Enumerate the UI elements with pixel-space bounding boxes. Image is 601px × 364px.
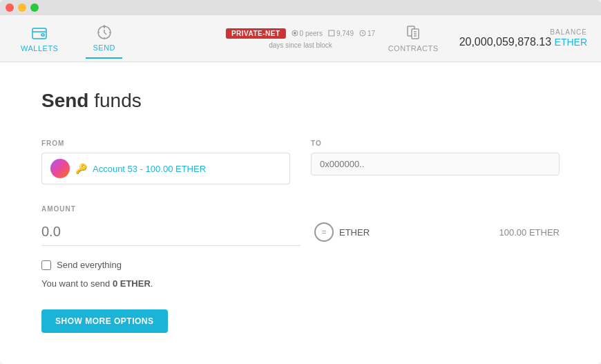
wallets-label: WALLETS xyxy=(21,44,58,52)
from-label: FROM xyxy=(41,140,290,147)
wallets-icon xyxy=(31,25,48,41)
close-button[interactable] xyxy=(6,3,14,12)
amount-input-wrapper xyxy=(41,218,300,246)
minimize-button[interactable] xyxy=(18,3,26,12)
send-everything-checkbox[interactable] xyxy=(41,260,51,270)
svg-point-4 xyxy=(294,32,296,35)
contracts-icon xyxy=(405,25,421,41)
amount-input[interactable] xyxy=(41,218,300,246)
svg-rect-5 xyxy=(329,30,334,36)
amount-row: = ETHER 100.00 ETHER xyxy=(41,218,560,246)
titlebar xyxy=(0,0,601,15)
send-icon xyxy=(96,24,113,41)
contracts-label: CONTRACTS xyxy=(388,44,439,52)
to-group: TO xyxy=(311,140,560,184)
network-info: PRIVATE-NET 0 peers 9,749 17 xyxy=(226,28,375,49)
svg-rect-1 xyxy=(41,34,44,36)
from-to-row: FROM 🔑 Account 53 - 100.00 ETHER TO xyxy=(41,140,560,184)
network-badge: PRIVATE-NET xyxy=(226,28,286,39)
account-name: Account 53 - 100.00 ETHER xyxy=(93,164,206,174)
send-label: SEND xyxy=(93,44,115,52)
currency-name: ETHER xyxy=(339,227,370,238)
from-group: FROM 🔑 Account 53 - 100.00 ETHER xyxy=(41,140,290,184)
app-window: WALLETS SEND PRIVATE-NET 0 xyxy=(0,0,601,364)
peers-icon xyxy=(292,30,298,37)
account-avatar xyxy=(50,159,70,178)
clock-icon xyxy=(359,30,366,37)
from-field[interactable]: 🔑 Account 53 - 100.00 ETHER xyxy=(41,153,290,184)
days-since-text: days since last block xyxy=(269,41,332,49)
page-title: Send funds xyxy=(41,90,560,112)
nav-send[interactable]: SEND xyxy=(86,19,122,59)
nav-contracts[interactable]: CONTRACTS xyxy=(381,19,446,58)
maximize-button[interactable] xyxy=(30,3,39,12)
days-since: 17 xyxy=(359,30,375,37)
blocks-icon xyxy=(328,30,335,37)
nav-wallets[interactable]: WALLETS xyxy=(14,19,65,58)
currency-icon: = xyxy=(314,222,334,242)
to-label: TO xyxy=(311,140,560,147)
send-summary: You want to send 0 ETHER. xyxy=(41,278,560,289)
nav-left: WALLETS SEND xyxy=(14,19,122,59)
to-input[interactable] xyxy=(311,153,560,175)
key-icon: 🔑 xyxy=(75,163,87,174)
content-area: Send funds FROM 🔑 Account 53 - 100.00 ET… xyxy=(0,62,601,364)
nav-right: CONTRACTS BALANCE 20,000,059,878.13 ETHE… xyxy=(381,19,587,58)
balance-amount: 20,000,059,878.13 ETHER xyxy=(459,36,587,48)
navbar: WALLETS SEND PRIVATE-NET 0 xyxy=(0,15,601,62)
svg-rect-0 xyxy=(32,28,46,39)
net-stats: 0 peers 9,749 17 xyxy=(292,30,376,37)
max-balance: 100.00 ETHER xyxy=(499,227,560,238)
balance-section: BALANCE 20,000,059,878.13 ETHER xyxy=(459,28,587,48)
show-more-options-button[interactable]: SHOW MORE OPTIONS xyxy=(41,309,168,333)
currency-selector[interactable]: = ETHER xyxy=(314,222,370,242)
balance-label: BALANCE xyxy=(550,28,587,36)
amount-label: AMOUNT xyxy=(41,205,560,213)
balance-unit: ETHER xyxy=(555,37,587,48)
peers-count: 0 peers xyxy=(292,30,323,37)
send-everything-row: Send everything xyxy=(41,260,560,270)
blocks-count: 9,749 xyxy=(328,30,354,37)
send-everything-label[interactable]: Send everything xyxy=(57,260,122,270)
amount-section: AMOUNT = ETHER 100.00 ETHER xyxy=(41,205,560,246)
